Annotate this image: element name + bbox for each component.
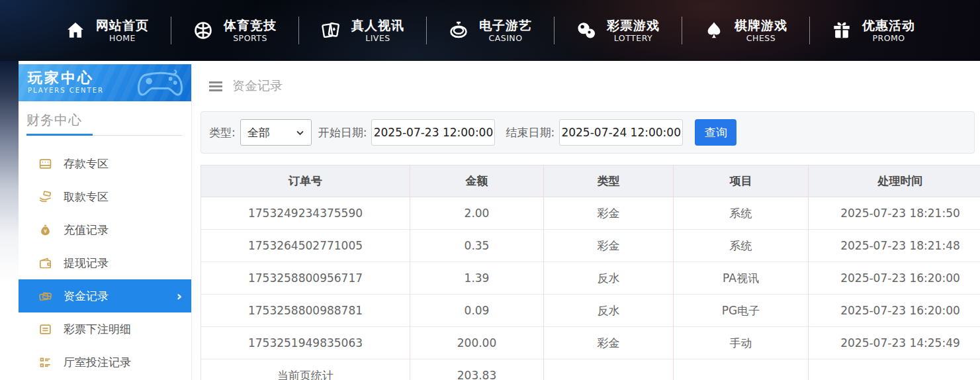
list-icon <box>38 356 52 369</box>
table-row: 17532645027710050.35彩金系统2025-07-23 18:21… <box>201 230 980 262</box>
section-underline <box>26 129 182 139</box>
start-date-label: 开始日期: <box>318 125 367 140</box>
top-nav: 网站首页 HOME 体育竞技 SPORTS 真人视讯 LIVES 电子游艺 CA… <box>0 0 980 61</box>
nav-item-promo[interactable]: 优惠活动 PROMO <box>809 18 937 44</box>
cell-project: 系统 <box>674 197 809 230</box>
cell-amount: 0.35 <box>410 230 544 262</box>
cell-project: PG电子 <box>674 295 809 327</box>
nav-label-en: PROMO <box>872 33 905 43</box>
cell-time: 2025-07-23 14:25:49 <box>809 327 980 359</box>
finance-section: 财务中心 <box>19 101 191 139</box>
nav-label-zh: 彩票游戏 <box>607 18 660 33</box>
sidebar-item-funds-record[interactable]: 资金记录 › <box>19 279 191 312</box>
cell-order-number: 1753251949835063 <box>201 327 410 359</box>
end-date-input[interactable] <box>559 119 683 146</box>
summary-empty-cell <box>544 359 674 380</box>
cell-project: 系统 <box>674 230 809 262</box>
nav-label-en: HOME <box>109 33 136 43</box>
chevron-right-icon: › <box>177 289 182 303</box>
cell-time: 2025-07-23 18:21:48 <box>809 230 980 262</box>
nav-label-en: CHESS <box>746 33 776 43</box>
section-title: 财务中心 <box>26 111 182 129</box>
main-panel: 资金记录 类型: 全部 开始日期: 结束日期: 查询 订单号金额类型项目处理时间… <box>192 61 980 380</box>
nav-item-lottery[interactable]: 彩票游戏 LOTTERY <box>554 18 682 44</box>
sidebar-item-deposit-zone[interactable]: 存款专区 › <box>19 147 191 180</box>
sidebar-item-lottery-bets[interactable]: 彩票下注明细 › <box>19 312 191 346</box>
table-row: 17532588009887810.09反水PG电子2025-07-23 16:… <box>201 295 980 327</box>
nav-item-home[interactable]: 网站首页 HOME <box>43 18 171 44</box>
column-header: 类型 <box>544 166 674 197</box>
cell-amount: 1.39 <box>410 262 544 295</box>
nav-label-zh: 网站首页 <box>96 18 149 33</box>
deposit-card-icon <box>38 157 52 171</box>
content-area: 玩家中心 PLAYERS CENTER 财务中心 存款专区 › 取款专区 › <box>0 61 980 380</box>
sidebar: 玩家中心 PLAYERS CENTER 财务中心 存款专区 › 取款专区 › <box>19 64 192 380</box>
table-row: 17532492343755902.00彩金系统2025-07-23 18:21… <box>201 197 980 230</box>
gamepad-icon <box>134 67 186 101</box>
money-bag-icon: ¥ <box>38 223 52 237</box>
nav-item-chess[interactable]: 棋牌游戏 CHESS <box>682 18 809 44</box>
summary-label: 当前页统计 <box>201 359 410 380</box>
svg-text:¥: ¥ <box>44 228 47 234</box>
cell-order-number: 1753258800956717 <box>201 262 410 295</box>
cell-project: 手动 <box>674 327 809 359</box>
sidebar-item-label: 存款专区 <box>64 156 109 171</box>
summary-empty-cell <box>809 359 980 380</box>
filter-bar: 类型: 全部 开始日期: 结束日期: 查询 <box>200 111 975 154</box>
nav-item-sports[interactable]: 体育竞技 SPORTS <box>171 18 298 44</box>
nav-label-zh: 体育竞技 <box>224 18 277 33</box>
column-header: 订单号 <box>201 166 410 197</box>
cell-amount: 0.09 <box>410 295 544 327</box>
cell-type: 彩金 <box>544 327 674 359</box>
sidebar-item-recharge-record[interactable]: ¥ 充值记录 › <box>19 213 191 246</box>
nav-label-zh: 真人视讯 <box>351 18 404 33</box>
sports-ball-icon <box>193 20 214 41</box>
table-row: 17532588009567171.39反水PA视讯2025-07-23 16:… <box>201 262 980 295</box>
table-row: 1753251949835063200.00彩金手动2025-07-23 14:… <box>201 327 980 359</box>
roulette-icon <box>448 20 469 41</box>
sidebar-item-label: 资金记录 <box>64 289 109 304</box>
sidebar-item-label: 厅室投注记录 <box>64 355 131 370</box>
cell-time: 2025-07-23 16:20:00 <box>809 262 980 295</box>
start-date-input[interactable] <box>371 119 495 146</box>
sidebar-item-withdrawal-record[interactable]: 提现记录 › <box>19 246 191 279</box>
document-lines-icon <box>38 322 52 336</box>
cell-time: 2025-07-23 18:21:50 <box>809 197 980 230</box>
type-select-value: 全部 <box>247 125 270 140</box>
search-button[interactable]: 查询 <box>695 119 736 146</box>
type-label: 类型: <box>209 125 236 140</box>
nav-item-lives[interactable]: 真人视讯 LIVES <box>298 18 426 44</box>
sidebar-item-withdraw-zone[interactable]: 取款专区 › <box>19 180 191 213</box>
summary-amount: 203.83 <box>410 359 544 380</box>
players-center-banner: 玩家中心 PLAYERS CENTER <box>19 64 191 101</box>
cell-amount: 2.00 <box>410 197 544 230</box>
sidebar-item-hall-bets[interactable]: 厅室投注记录 › <box>19 346 191 379</box>
hand-money-icon <box>38 190 52 204</box>
nav-label-en: LIVES <box>365 33 390 43</box>
cell-order-number: 1753249234375590 <box>201 197 410 230</box>
playing-cards-icon <box>320 20 341 41</box>
cell-project: PA视讯 <box>674 262 809 295</box>
nav-item-casino[interactable]: 电子游艺 CASINO <box>426 18 554 44</box>
gift-icon <box>831 20 852 41</box>
nav-label-en: CASINO <box>488 33 522 43</box>
funds-table: 订单号金额类型项目处理时间 17532492343755902.00彩金系统20… <box>200 165 980 380</box>
nav-label-zh: 棋牌游戏 <box>735 18 787 33</box>
type-select[interactable]: 全部 <box>240 119 312 146</box>
cell-order-number: 1753258800988781 <box>201 295 410 327</box>
lottery-balls-icon <box>576 20 597 41</box>
column-header: 项目 <box>674 166 809 197</box>
funds-table-container: 订单号金额类型项目处理时间 17532492343755902.00彩金系统20… <box>200 165 980 380</box>
cell-amount: 200.00 <box>410 327 544 359</box>
sidebar-item-label: 充值记录 <box>64 222 109 238</box>
table-header-row: 订单号金额类型项目处理时间 <box>201 166 980 197</box>
nav-label-en: SPORTS <box>233 33 267 43</box>
summary-row: 当前页统计203.83 <box>201 359 980 380</box>
cell-order-number: 1753264502771005 <box>201 230 410 262</box>
menu-toggle-icon[interactable] <box>209 81 222 91</box>
column-header: 金额 <box>410 166 544 197</box>
bank-cards-icon <box>38 289 52 303</box>
nav-label-zh: 电子游艺 <box>479 18 532 33</box>
sidebar-menu: 存款专区 › 取款专区 › ¥ 充值记录 › 提现记录 › 资金记录 › 彩票下… <box>19 147 191 379</box>
wallet-icon <box>38 256 52 270</box>
